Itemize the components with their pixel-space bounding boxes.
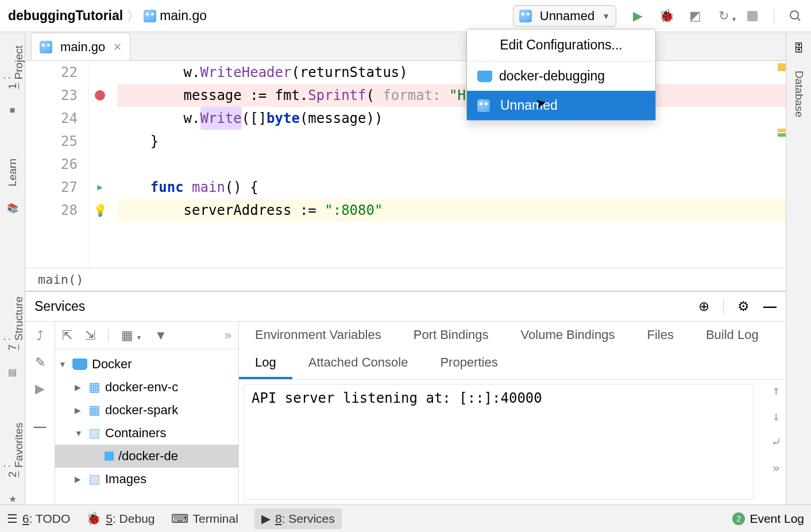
- status-services[interactable]: ▶8: Services: [254, 508, 342, 529]
- toolbar-actions: ▶ 🐞 ◩ ↻▼: [630, 9, 803, 24]
- target-icon[interactable]: ⊕: [698, 299, 709, 314]
- tree-/docker-de[interactable]: /docker-de: [55, 445, 238, 468]
- services-tab-attached-console[interactable]: Attached Console: [292, 349, 424, 379]
- docker-icon: [72, 358, 87, 370]
- code-line-27[interactable]: func main() {: [117, 176, 786, 199]
- status-debug[interactable]: 🐞5: Debug: [86, 512, 155, 526]
- tool-project[interactable]: 1: Project: [0, 43, 25, 89]
- debug-icon[interactable]: 🐞: [659, 9, 674, 24]
- gutter-line-numbers: 22 23 24 25 26 27 28: [25, 61, 88, 268]
- log-output: API server listening at: [::]:40000: [252, 390, 773, 406]
- breadcrumb-separator-icon: 〉: [123, 7, 144, 25]
- editor-tab-label: main.go: [60, 40, 105, 55]
- tool-learn[interactable]: Learn: [6, 159, 19, 187]
- filter-icon[interactable]: ▼: [155, 328, 167, 343]
- breakpoint-icon[interactable]: [95, 90, 105, 101]
- code-line-28[interactable]: serverAddress := ":8080": [117, 199, 786, 222]
- scroll-down-icon[interactable]: ↓: [772, 409, 779, 423]
- tree-Containers[interactable]: ▼▧Containers: [55, 422, 238, 445]
- tree-Images[interactable]: ▶▧Images: [55, 468, 238, 491]
- expand-arrow-icon[interactable]: ▶: [75, 406, 84, 415]
- warning-stripe-icon[interactable]: [778, 129, 786, 132]
- expand-arrow-icon[interactable]: ▶: [75, 475, 84, 484]
- tree-docker-spark[interactable]: ▶▦docker-spark: [55, 399, 238, 422]
- run-config-popup: Edit Configurations... docker-debuggingU…: [466, 29, 656, 121]
- intention-bulb-icon[interactable]: 💡: [93, 199, 107, 222]
- tool-database[interactable]: Database: [793, 71, 805, 117]
- tree-docker[interactable]: ▼Docker: [55, 353, 238, 376]
- breadcrumb-file[interactable]: main.go: [160, 8, 207, 24]
- services-tab-build-log[interactable]: Build Log: [690, 322, 775, 349]
- run-icon[interactable]: ▶: [35, 381, 45, 396]
- services-tab-files[interactable]: Files: [631, 322, 689, 349]
- code-line-22[interactable]: w.WriteHeader(returnStatus): [117, 61, 786, 84]
- terminal-icon: ⌨: [171, 512, 188, 526]
- services-tree-toolbar: ⇱ ⇲ ▦▼ ▼ »: [55, 322, 238, 349]
- code-area[interactable]: w.WriteHeader(returnStatus) message := f…: [111, 61, 786, 268]
- gopher-icon: [477, 99, 490, 112]
- services-log[interactable]: API server listening at: [::]:40000 ↑ ↓ …: [239, 380, 786, 504]
- gopher-icon: [144, 10, 156, 22]
- minus-icon[interactable]: —: [34, 419, 47, 434]
- soft-wrap-icon[interactable]: ⤶: [771, 435, 781, 449]
- services-tab-volume-bindings[interactable]: Volume Bindings: [505, 322, 631, 349]
- run-config-item-docker-debugging[interactable]: docker-debugging: [467, 61, 655, 91]
- gutter-marks[interactable]: ▶💡: [88, 61, 111, 268]
- services-tab-log[interactable]: Log: [239, 349, 292, 379]
- profile-icon[interactable]: ↻▼: [716, 9, 731, 24]
- run-config-dropdown[interactable]: Unnamed ▼: [513, 5, 616, 27]
- status-todo[interactable]: ☰6: TODO: [7, 512, 70, 526]
- event-log-button[interactable]: Event Log: [750, 512, 804, 526]
- ok-stripe-icon[interactable]: [778, 133, 786, 137]
- scroll-up-icon[interactable]: ↑: [772, 383, 779, 398]
- services-panel: Services ⊕ ⚙ — ⤴ ✎ ▶ —: [25, 291, 786, 504]
- editor-tab-main[interactable]: main.go ✕: [31, 33, 130, 60]
- code-line-26[interactable]: [117, 153, 786, 176]
- deploy-icon[interactable]: ⤴: [37, 329, 43, 344]
- gopher-icon: [519, 10, 532, 22]
- run-gutter-icon[interactable]: ▶: [97, 176, 103, 199]
- structure-icon: ▤: [8, 367, 17, 377]
- gopher-icon: [40, 41, 52, 53]
- expand-arrow-icon[interactable]: ▼: [75, 429, 84, 438]
- edit-configurations-item[interactable]: Edit Configurations...: [467, 29, 655, 61]
- stop-icon[interactable]: [745, 9, 760, 24]
- breadcrumb-project[interactable]: debuggingTutorial: [8, 8, 123, 24]
- coverage-icon[interactable]: ◩: [688, 9, 702, 24]
- expand-all-icon[interactable]: ⇱: [62, 328, 72, 343]
- more-icon[interactable]: »: [772, 461, 779, 475]
- tool-structure[interactable]: 7: Structure: [0, 294, 25, 350]
- services-tab-properties[interactable]: Properties: [424, 349, 513, 379]
- editor-marker-bar[interactable]: [775, 61, 786, 268]
- editor-breadcrumb[interactable]: main(): [25, 268, 786, 291]
- code-editor[interactable]: 22 23 24 25 26 27 28 ▶💡 w.WriteHeader(re…: [25, 61, 786, 268]
- services-tab-environment-variables[interactable]: Environment Variables: [239, 322, 397, 349]
- tool-favorites[interactable]: 2: Favorites: [0, 421, 25, 477]
- edit-icon[interactable]: ✎: [35, 355, 45, 370]
- close-icon[interactable]: ✕: [113, 41, 122, 53]
- group-icon[interactable]: ▦▼: [121, 328, 142, 343]
- stack-icon: ▦: [88, 380, 101, 395]
- expand-arrow-icon[interactable]: ▶: [75, 383, 84, 392]
- search-everywhere-icon[interactable]: [788, 9, 803, 24]
- left-tool-strip: 1: Project■Learn📚7: Structure▤2: Favorit…: [0, 32, 25, 504]
- tree-docker-env-c[interactable]: ▶▦docker-env-c: [55, 376, 238, 399]
- services-tabs: Environment VariablesPort BindingsVolume…: [239, 322, 786, 380]
- docker-icon: [477, 71, 492, 82]
- code-line-23[interactable]: message := fmt.Sprintf( format: "Hello %: [117, 84, 786, 107]
- run-icon[interactable]: ▶: [630, 9, 645, 24]
- warning-marker-icon[interactable]: [778, 63, 786, 71]
- run-config-item-unnamed[interactable]: Unnamed: [467, 91, 655, 120]
- more-icon[interactable]: »: [225, 328, 231, 343]
- collapse-all-icon[interactable]: ⇲: [85, 328, 95, 343]
- services-action-bar: ⤴ ✎ ▶ —: [25, 322, 55, 504]
- expand-arrow-icon[interactable]: ▼: [59, 360, 68, 369]
- services-tab-port-bindings[interactable]: Port Bindings: [397, 322, 505, 349]
- code-line-24[interactable]: w.Write([]byte(message)): [117, 107, 786, 130]
- minimize-icon[interactable]: —: [763, 299, 777, 314]
- status-terminal[interactable]: ⌨Terminal: [171, 512, 238, 526]
- services-tree[interactable]: ▼Docker▶▦docker-env-c▶▦docker-spark▼▧Con…: [55, 349, 238, 494]
- code-line-25[interactable]: }: [117, 130, 786, 153]
- gear-icon[interactable]: ⚙: [737, 299, 750, 314]
- top-navbar: debuggingTutorial 〉 main.go Unnamed ▼ ▶ …: [0, 0, 811, 32]
